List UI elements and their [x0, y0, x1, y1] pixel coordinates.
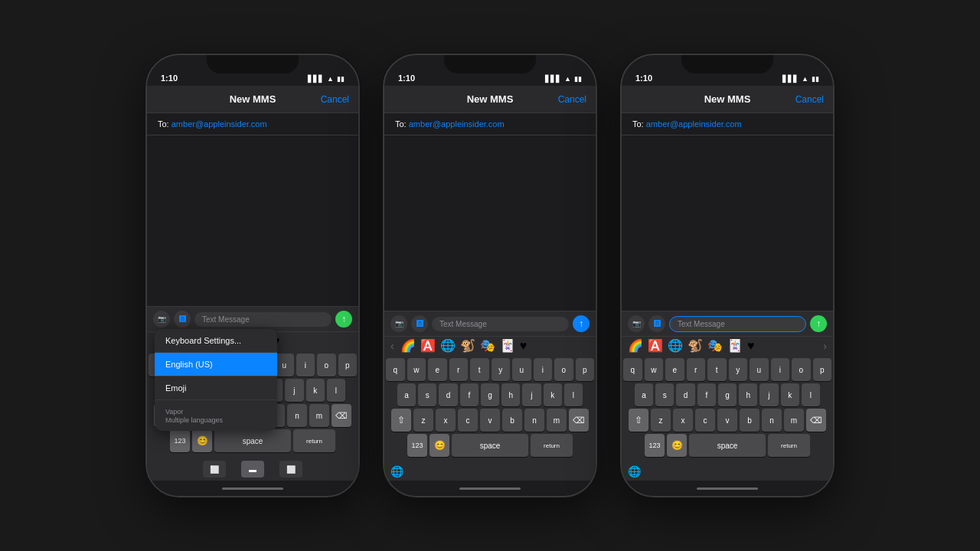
emoji-item-2-4[interactable]: 🐒 [460, 340, 475, 352]
camera-icon-1[interactable] [153, 311, 170, 328]
k3-c[interactable]: c [695, 409, 715, 432]
emoji-arrow-left-2[interactable]: ‹ [390, 341, 394, 351]
kb-split-right-icon[interactable]: ⬜ [279, 461, 302, 478]
k2-l[interactable]: l [564, 383, 583, 406]
message-area-2[interactable] [384, 135, 596, 311]
k2-e[interactable]: e [428, 358, 447, 381]
k3-a[interactable]: a [635, 383, 653, 406]
k3-space[interactable]: space [689, 434, 766, 457]
k3-s[interactable]: s [655, 383, 674, 406]
apps-icon-3[interactable] [648, 315, 665, 332]
emoji-item-2-3[interactable]: 🌐 [440, 340, 456, 352]
message-input-3[interactable]: Text Message [669, 316, 806, 332]
kb-english-item[interactable]: English (US) [155, 353, 277, 377]
emoji-item-3-3[interactable]: 🌐 [668, 340, 683, 352]
emoji-item-2-7[interactable]: ♥️ [520, 340, 528, 352]
k3-emoji[interactable]: 😊 [667, 434, 687, 457]
k3-y[interactable]: y [729, 358, 748, 381]
key-k[interactable]: k [306, 379, 325, 402]
k2-m[interactable]: m [547, 409, 567, 432]
k3-r[interactable]: r [687, 358, 706, 381]
emoji-item-3-6[interactable]: 🃏 [727, 340, 743, 352]
key-l[interactable]: l [327, 379, 345, 402]
k3-l[interactable]: l [802, 383, 820, 406]
k2-r[interactable]: r [449, 358, 469, 381]
k3-h[interactable]: h [739, 383, 757, 406]
k2-o[interactable]: o [554, 358, 573, 381]
k2-g[interactable]: g [481, 383, 499, 406]
cancel-button-3[interactable]: Cancel [795, 94, 824, 105]
k2-space[interactable]: space [452, 434, 528, 457]
emoji-item-2-2[interactable]: 🅰️ [420, 340, 436, 352]
emoji-item-3-4[interactable]: 🐒 [688, 340, 703, 352]
kb-settings-item[interactable]: Keyboard Settings... [155, 329, 277, 353]
k2-j[interactable]: j [522, 383, 541, 406]
message-input-2[interactable]: Text Message [432, 317, 569, 331]
k3-g[interactable]: g [718, 383, 737, 406]
emoji-item-3-1[interactable]: 🌈 [628, 340, 643, 352]
k3-i[interactable]: i [771, 358, 790, 381]
k2-s[interactable]: s [418, 383, 436, 406]
k2-b[interactable]: b [502, 409, 522, 432]
k3-b[interactable]: b [740, 409, 760, 432]
k2-i[interactable]: i [534, 358, 553, 381]
k2-z[interactable]: z [413, 409, 433, 432]
emoji-item-3-2[interactable]: 🅰️ [648, 340, 663, 352]
key-emoji[interactable]: 😊 [192, 429, 212, 452]
k2-delete[interactable]: ⌫ [569, 409, 589, 432]
kb-vapor-item[interactable]: Vapor Multiple languages [155, 400, 277, 431]
globe-icon-2[interactable]: 🌐 [390, 465, 403, 478]
emoji-item-2-6[interactable]: 🃏 [500, 340, 515, 352]
k3-k[interactable]: k [781, 383, 799, 406]
k2-w[interactable]: w [407, 358, 426, 381]
k3-t[interactable]: t [707, 358, 727, 381]
kb-normal-icon[interactable]: ▬ [241, 461, 264, 478]
k2-a[interactable]: a [397, 383, 416, 406]
camera-icon-3[interactable] [628, 315, 645, 332]
k2-y[interactable]: y [492, 358, 511, 381]
globe-icon-3[interactable]: 🌐 [628, 465, 641, 478]
k3-n[interactable]: n [762, 409, 782, 432]
k2-n[interactable]: n [524, 409, 544, 432]
k3-d[interactable]: d [676, 383, 694, 406]
k3-m[interactable]: m [784, 409, 804, 432]
k2-return[interactable]: return [531, 434, 573, 457]
k3-num[interactable]: 123 [645, 434, 665, 457]
send-button-3[interactable] [810, 315, 827, 332]
k2-k[interactable]: k [544, 383, 562, 406]
k3-p[interactable]: p [813, 358, 832, 381]
apps-icon-1[interactable] [174, 311, 191, 328]
k3-o[interactable]: o [792, 358, 811, 381]
key-return[interactable]: return [293, 429, 335, 452]
k3-j[interactable]: j [760, 383, 778, 406]
k3-u[interactable]: u [750, 358, 769, 381]
apps-icon-2[interactable] [411, 315, 428, 332]
k3-return[interactable]: return [768, 434, 810, 457]
send-button-1[interactable] [335, 311, 352, 328]
emoji-arrow-right-3[interactable]: › [823, 341, 827, 351]
k2-t[interactable]: t [470, 358, 489, 381]
k2-num[interactable]: 123 [407, 434, 427, 457]
message-area-1[interactable] [147, 135, 358, 306]
k2-shift[interactable]: ⇧ [391, 409, 411, 432]
emoji-item-3-5[interactable]: 🎭 [707, 340, 723, 352]
key-num[interactable]: 123 [170, 429, 190, 452]
k2-q[interactable]: q [386, 358, 405, 381]
k3-z[interactable]: z [651, 409, 671, 432]
cancel-button-1[interactable]: Cancel [321, 94, 349, 105]
k3-delete[interactable]: ⌫ [806, 409, 826, 432]
k2-f[interactable]: f [460, 383, 479, 406]
key-o[interactable]: o [317, 354, 336, 377]
message-area-3[interactable] [622, 135, 833, 311]
k3-shift[interactable]: ⇧ [629, 409, 648, 432]
k2-h[interactable]: h [501, 383, 520, 406]
camera-icon-2[interactable] [390, 315, 407, 332]
kb-emoji-item[interactable]: Emoji [155, 377, 277, 400]
k2-c[interactable]: c [458, 409, 478, 432]
k2-p[interactable]: p [576, 358, 595, 381]
send-button-2[interactable] [573, 315, 590, 332]
k3-q[interactable]: q [623, 358, 642, 381]
emoji-item-2-5[interactable]: 🎭 [480, 340, 495, 352]
k2-d[interactable]: d [439, 383, 457, 406]
k2-u[interactable]: u [512, 358, 531, 381]
